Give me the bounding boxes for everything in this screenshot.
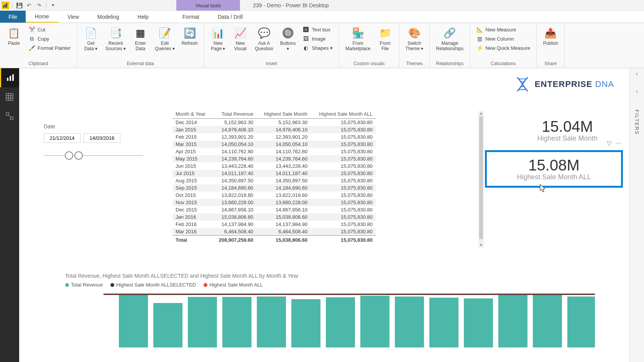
chart-bar [188,297,217,347]
table-header[interactable]: Total Revenue [212,110,256,119]
refresh-button[interactable]: 🔄Refresh [179,25,201,48]
combo-chart-visual[interactable]: Total Revenue, Highest Sale Month ALLSEL… [65,273,610,362]
tab-modeling[interactable]: Modeling [88,11,128,23]
qat-dropdown-icon[interactable]: ▼ [49,2,57,9]
enterprise-dna-logo: ENTERPRISE DNA [514,76,614,93]
image-icon: 🖼 [302,35,309,42]
switch-theme-button[interactable]: 🎨SwitchTheme ▾ [402,25,427,53]
table-row[interactable]: Jan 201514,978,406.1014,978,406.1015,075… [172,126,376,133]
table-row[interactable]: May 201514,239,764.6014,239,764.6015,075… [172,155,376,162]
measure-icon: 📐 [476,26,483,33]
scroll-down-icon[interactable]: ▼ [479,243,483,247]
date-slicer[interactable]: Date [44,123,143,161]
enter-data-button[interactable]: ▦EnterData [130,25,151,53]
table-row[interactable]: Feb 201614,137,984.9014,137,984.9015,075… [172,221,376,228]
edit-queries-button[interactable]: 📝EditQueries ▾ [152,25,177,53]
paste-button[interactable]: 📋 Paste [3,25,25,48]
format-painter-button[interactable]: 🖌️Format Painter [27,44,72,52]
shapes-button[interactable]: ◐Shapes ▾ [301,44,334,52]
from-file-button[interactable]: 📁FromFile [375,25,396,53]
relationships-icon: 🔗 [443,26,457,40]
table-row[interactable]: Oct 201513,822,019.6013,822,019.6015,075… [172,192,376,199]
tab-help[interactable]: Help [128,11,158,23]
table-row[interactable]: Jul 201514,011,187.4014,011,187.4015,075… [172,170,376,177]
table-scrollbar[interactable]: ▲ ▼ [478,111,484,247]
buttons-icon: 🔘 [281,26,295,40]
group-label-clipboard: Clipboard [3,60,74,67]
table-row[interactable]: Dec 201514,867,856.1014,867,856.1015,075… [172,206,376,213]
group-label-calc: Calculations [473,60,533,67]
tab-home[interactable]: Home [26,11,58,23]
slicer-track[interactable] [44,150,143,161]
card-highest-sale-month-all[interactable]: ▽ ⋯ 15.08M Highest Sale Month ALL [485,150,623,188]
svg-rect-6 [6,93,13,100]
image-button[interactable]: 🖼Image [301,34,334,43]
table-header[interactable]: Highest Sale Month [256,110,310,119]
from-marketplace-button[interactable]: 🏪FromMarketplace [342,25,373,53]
copy-button[interactable]: ⧉Copy [27,34,72,43]
nav-report-view[interactable] [0,68,19,87]
save-icon[interactable]: 💾 [15,2,23,9]
from-file-icon: 📁 [378,26,392,40]
buttons-button[interactable]: 🔘Buttons▾ [277,25,299,53]
app-icon [2,2,9,9]
nav-model-view[interactable] [0,106,19,126]
table-row[interactable]: Apr 201514,110,762.8014,110,762.8015,075… [172,148,376,155]
shapes-icon: ◐ [302,44,309,51]
table-row[interactable]: Aug 201514,350,897.5014,350,897.5015,075… [172,177,376,184]
table-row[interactable]: Mar 20166,464,508.406,464,508.4015,075,8… [172,228,376,236]
filter-icon[interactable]: ▽ [607,139,611,147]
table-header[interactable]: Highest Sale Month ALL [310,110,376,119]
textbox-button[interactable]: 🅰Text box [301,25,334,34]
slicer-handle-start[interactable] [65,151,73,160]
filters-pane-collapsed[interactable]: ‹ ‹ FILTERS [629,68,644,362]
more-options-icon[interactable]: ⋯ [615,139,621,147]
theme-icon: 🎨 [407,26,421,40]
data-table-visual[interactable]: Month & YearTotal RevenueHighest Sale Mo… [172,110,479,254]
new-visual-button[interactable]: 📈NewVisual [230,25,251,53]
table-total-cell: 208,907,259.60 [212,236,256,244]
edit-queries-icon: 📝 [158,26,172,40]
report-canvas[interactable]: ENTERPRISE DNA Date Month & YearTotal Re… [19,68,629,362]
slicer-handle-end[interactable] [74,151,83,160]
scroll-up-icon[interactable]: ▲ [479,111,483,116]
nav-data-view[interactable] [0,87,19,106]
tab-view[interactable]: View [58,11,88,23]
new-quick-measure-button[interactable]: ⚡New Quick Measure [475,44,532,52]
new-column-button[interactable]: ▥New Column [475,34,532,43]
tab-file[interactable]: File [0,11,26,23]
cut-button[interactable]: ✂️Cut [27,25,72,34]
table-header[interactable]: Month & Year [172,110,212,119]
svg-rect-12 [10,117,13,120]
recent-sources-button[interactable]: 📑RecentSources ▾ [102,25,129,53]
tab-data-drill[interactable]: Data / Drill [209,11,252,23]
legend-dot-icon [65,283,69,287]
card-value: 15.04M [510,118,625,135]
legend-dot-icon [110,283,114,287]
slicer-to-input[interactable] [84,133,120,143]
table-row[interactable]: Jun 201513,443,228.4013,443,228.4015,075… [172,162,376,170]
svg-rect-3 [7,78,8,81]
undo-icon[interactable]: ↶ [25,2,33,9]
table-row[interactable]: Nov 201513,660,228.0013,660,228.0015,075… [172,199,376,206]
table-row[interactable]: Dec 20145,152,963.305,152,963.3015,075,8… [172,119,376,126]
table-row[interactable]: Mar 201514,050,054.1014,050,054.1015,075… [172,141,376,148]
card-highest-sale-month[interactable]: 15.04M Highest Sale Month [510,118,625,143]
new-page-button[interactable]: 📊NewPage ▾ [207,25,229,53]
chart-bar [464,298,493,347]
svg-rect-1 [5,4,6,8]
publish-button[interactable]: 📤Publish [540,25,561,48]
scroll-thumb[interactable] [479,116,483,239]
redo-icon[interactable]: ↷ [35,2,43,9]
ribbon: 📋 Paste ✂️Cut ⧉Copy 🖌️Format Painter Cli… [0,23,644,68]
table-row[interactable]: Feb 201512,393,901.2012,393,901.2015,075… [172,133,376,141]
table-row[interactable]: Jan 201615,038,806.6015,038,806.6015,075… [172,213,376,221]
ask-question-button[interactable]: 💬Ask AQuestion [252,25,276,53]
new-measure-button[interactable]: 📐New Measure [475,25,532,34]
card-label: Highest Sale Month ALL [502,173,606,181]
table-row[interactable]: Sep 201514,184,690.6014,184,690.6015,075… [172,184,376,192]
slicer-from-input[interactable] [44,133,80,143]
manage-relationships-button[interactable]: 🔗ManageRelationships [433,25,467,53]
get-data-button[interactable]: 📄GetData ▾ [80,25,102,53]
tab-format[interactable]: Format [173,11,209,23]
